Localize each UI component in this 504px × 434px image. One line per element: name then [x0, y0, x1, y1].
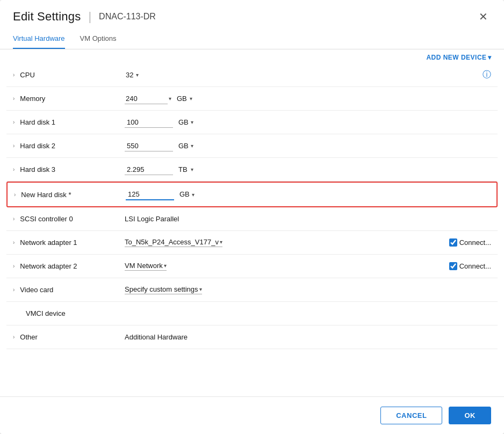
- hard-disk-2-value-input[interactable]: [125, 141, 173, 151]
- network-adapter-1-chevron-icon[interactable]: ›: [13, 240, 15, 245]
- hard-disk-3-chevron-icon[interactable]: ›: [13, 167, 15, 172]
- scsi-controller-row: › SCSI controller 0 LSI Logic Parallel: [6, 207, 498, 231]
- other-controls: Additional Hardware: [125, 333, 491, 341]
- cpu-row: › CPU 32 ⓘ: [6, 63, 498, 87]
- chevron-down-icon: ▾: [488, 54, 491, 61]
- modal-footer: CANCEL OK: [0, 396, 504, 434]
- memory-chevron-icon[interactable]: ›: [13, 96, 15, 102]
- hardware-table: › CPU 32 ⓘ › Memory: [0, 63, 504, 396]
- hard-disk-1-unit-select[interactable]: GB TB: [177, 117, 190, 128]
- hard-disk-1-unit-wrap: GB TB: [177, 117, 193, 128]
- cpu-row-end: ⓘ: [483, 69, 491, 81]
- tab-virtual-hardware[interactable]: Virtual Hardware: [13, 29, 65, 49]
- memory-unit-select[interactable]: GB MB: [176, 93, 189, 104]
- cpu-value-select[interactable]: 32: [125, 70, 135, 81]
- vmci-device-row: VMCI device: [6, 302, 498, 326]
- network-adapter-1-dropdown[interactable]: To_N5k_P24_Access_V177_v ▾: [125, 238, 222, 247]
- cpu-label: › CPU: [13, 71, 120, 79]
- hard-disk-3-row: › Hard disk 3 TB GB: [6, 158, 498, 182]
- modal-title: Edit Settings: [13, 10, 81, 24]
- video-card-dropdown[interactable]: Specify custom settings ▾: [125, 285, 202, 294]
- network-adapter-1-connect[interactable]: Connect...: [449, 238, 491, 247]
- new-hard-disk-chevron-icon[interactable]: ›: [14, 192, 16, 198]
- new-hard-disk-label: › New Hard disk *: [14, 191, 121, 199]
- ok-button[interactable]: OK: [449, 407, 491, 424]
- edit-settings-modal: Edit Settings | DNAC-113-DR ✕ Virtual Ha…: [0, 0, 504, 434]
- hard-disk-2-row: › Hard disk 2 GB TB: [6, 134, 498, 158]
- hard-disk-1-row: › Hard disk 1 GB TB: [6, 111, 498, 134]
- other-chevron-icon[interactable]: ›: [13, 334, 15, 340]
- memory-label: › Memory: [13, 95, 120, 103]
- new-hard-disk-unit-wrap: GB TB: [178, 189, 195, 200]
- cpu-info-icon[interactable]: ⓘ: [483, 69, 491, 81]
- network-adapter-2-value: VM Network: [125, 262, 163, 270]
- scsi-controller-label: › SCSI controller 0: [13, 215, 120, 223]
- hard-disk-3-value-input[interactable]: [125, 164, 173, 175]
- add-new-device-button[interactable]: ADD NEW DEVICE ▾: [426, 54, 491, 61]
- hard-disk-1-chevron-icon[interactable]: ›: [13, 119, 15, 125]
- hard-disk-1-controls: GB TB: [125, 117, 491, 128]
- memory-value-select[interactable]: 240: [125, 93, 168, 104]
- network-adapter-2-chevron-icon[interactable]: ›: [13, 263, 15, 269]
- video-card-caret-icon: ▾: [199, 286, 202, 292]
- network-adapter-2-connect-label: Connect...: [459, 262, 491, 270]
- video-card-controls: Specify custom settings ▾: [125, 285, 491, 294]
- hard-disk-3-label: › Hard disk 3: [13, 165, 120, 173]
- video-card-value: Specify custom settings: [125, 285, 198, 293]
- network-adapter-2-connect[interactable]: Connect...: [449, 262, 491, 270]
- video-card-row: › Video card Specify custom settings ▾: [6, 278, 498, 302]
- memory-row: › Memory 240 GB MB: [6, 87, 498, 111]
- hard-disk-2-unit-select[interactable]: GB TB: [177, 141, 190, 151]
- hard-disk-2-label: › Hard disk 2: [13, 142, 120, 150]
- memory-value-select-wrap: 240: [125, 93, 171, 104]
- network-adapter-1-end: Connect...: [449, 238, 491, 247]
- network-adapter-2-label: › Network adapter 2: [13, 262, 120, 270]
- network-adapter-1-connect-checkbox[interactable]: [449, 238, 457, 247]
- tab-vm-options[interactable]: VM Options: [80, 29, 117, 49]
- network-adapter-1-row: › Network adapter 1 To_N5k_P24_Access_V1…: [6, 231, 498, 255]
- other-label: › Other: [13, 333, 120, 341]
- video-card-chevron-icon[interactable]: ›: [13, 287, 15, 293]
- cpu-controls: 32: [125, 70, 478, 81]
- network-adapter-2-end: Connect...: [449, 262, 491, 270]
- scsi-controller-chevron-icon[interactable]: ›: [13, 216, 15, 222]
- network-adapter-2-caret-icon: ▾: [164, 263, 167, 269]
- scsi-controller-controls: LSI Logic Parallel: [125, 215, 491, 223]
- tab-bar: Virtual Hardware VM Options: [0, 29, 504, 49]
- other-value: Additional Hardware: [125, 333, 188, 341]
- memory-unit-select-wrap: GB MB: [176, 93, 192, 104]
- hard-disk-3-unit-wrap: TB GB: [177, 164, 193, 175]
- close-button[interactable]: ✕: [476, 10, 491, 23]
- new-hard-disk-row: › New Hard disk * GB TB: [6, 182, 498, 207]
- hard-disk-3-controls: TB GB: [125, 164, 491, 175]
- hard-disk-2-controls: GB TB: [125, 141, 491, 151]
- new-hard-disk-value-input[interactable]: [126, 189, 174, 200]
- new-hard-disk-controls: GB TB: [126, 189, 490, 200]
- modal-vm-name: DNAC-113-DR: [99, 12, 156, 21]
- hard-disk-1-value-input[interactable]: [125, 117, 173, 128]
- hard-disk-1-label: › Hard disk 1: [13, 118, 120, 126]
- scsi-controller-value: LSI Logic Parallel: [125, 215, 179, 223]
- memory-controls: 240 GB MB: [125, 93, 491, 104]
- network-adapter-2-row: › Network adapter 2 VM Network ▾ Connect…: [6, 255, 498, 278]
- cpu-value-select-wrap: 32: [125, 70, 139, 81]
- network-adapter-2-dropdown[interactable]: VM Network ▾: [125, 262, 167, 271]
- network-adapter-2-connect-checkbox[interactable]: [449, 262, 457, 270]
- hard-disk-3-unit-select[interactable]: TB GB: [177, 164, 190, 175]
- network-adapter-1-controls: To_N5k_P24_Access_V177_v ▾: [125, 238, 445, 247]
- network-adapter-2-controls: VM Network ▾: [125, 262, 445, 271]
- new-hard-disk-unit-select[interactable]: GB TB: [178, 189, 191, 200]
- other-row: › Other Additional Hardware: [6, 326, 498, 349]
- video-card-label: › Video card: [13, 286, 120, 294]
- network-adapter-1-caret-icon: ▾: [220, 239, 222, 245]
- network-adapter-1-value: To_N5k_P24_Access_V177_v: [125, 238, 219, 246]
- modal-header: Edit Settings | DNAC-113-DR ✕: [0, 0, 504, 24]
- add-new-device-label: ADD NEW DEVICE: [426, 54, 486, 61]
- network-adapter-1-label: › Network adapter 1: [13, 238, 120, 247]
- network-adapter-1-connect-label: Connect...: [459, 238, 491, 247]
- modal-title-separator: |: [88, 10, 91, 24]
- hard-disk-2-chevron-icon[interactable]: ›: [13, 143, 15, 149]
- cancel-button[interactable]: CANCEL: [380, 407, 442, 424]
- cpu-chevron-icon[interactable]: ›: [13, 72, 15, 78]
- vmci-device-label: VMCI device: [13, 309, 120, 317]
